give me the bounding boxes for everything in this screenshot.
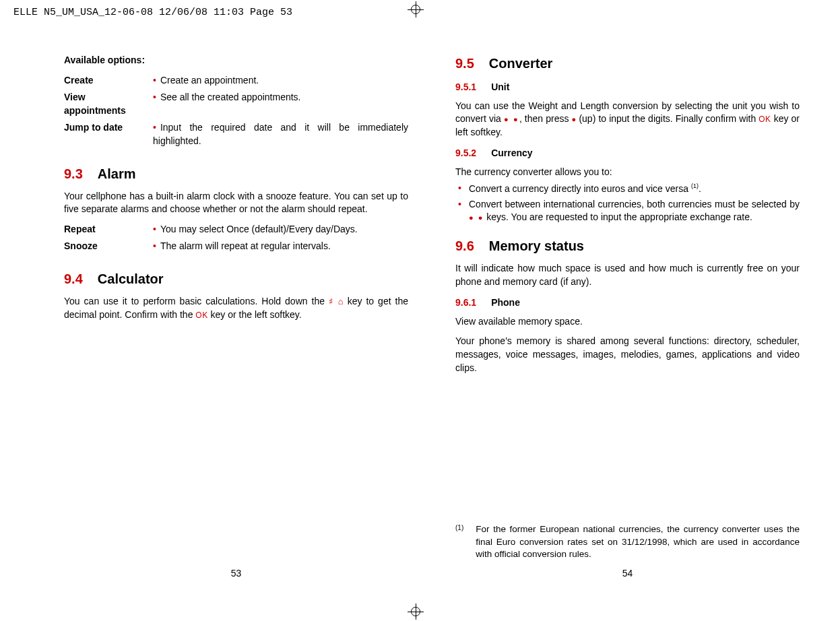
subsection-number: 9.5.2: [455, 148, 476, 158]
option-desc-text: You may select Once (default)/Every day/…: [160, 224, 358, 234]
list-item: Convert between international currencies…: [455, 198, 800, 224]
available-options-heading: Available options:: [64, 54, 408, 67]
body-fragment: Convert between international currencies…: [469, 199, 800, 209]
section-title: Memory status: [489, 238, 584, 253]
body-fragment: .: [699, 183, 701, 193]
phone-body-1: View available memory space.: [455, 315, 800, 329]
section-number: 9.5: [455, 56, 474, 71]
options-table: Create •Create an appointment. View appo…: [64, 74, 408, 152]
option-term: Repeat: [64, 223, 145, 240]
option-desc-text: The alarm will repeat at regular interva…: [160, 240, 331, 251]
page-right: 9.5Converter 9.5.1Unit You can use the W…: [455, 54, 800, 581]
page-spread: Available options: Create •Create an app…: [64, 54, 800, 581]
option-term: View appointments: [64, 91, 145, 121]
list-item: Convert a currency directly into euros a…: [455, 182, 800, 195]
table-row: Snooze •The alarm will repeat at regular…: [64, 240, 408, 257]
option-desc-text: Create an appointment.: [160, 75, 259, 86]
currency-intro: The currency converter allows you to:: [455, 166, 800, 179]
body-fragment: You can use it to perform basic calculat…: [64, 296, 329, 306]
body-fragment: key or the left softkey.: [208, 309, 302, 320]
ok-key-icon: OK: [758, 115, 771, 124]
subsection-number: 9.6.1: [455, 297, 476, 308]
body-fragment: keys. You are requested to input the app…: [484, 211, 752, 222]
section-9-6-body: It will indicate how much space is used …: [455, 262, 800, 288]
registration-mark-bottom: [408, 603, 424, 620]
subsection-number: 9.5.1: [455, 81, 476, 92]
table-row: Jump to date •Input the required date an…: [64, 121, 408, 152]
option-desc: •The alarm will repeat at regular interv…: [145, 240, 408, 257]
option-desc: •Create an appointment.: [145, 74, 408, 92]
option-term: Create: [64, 74, 145, 92]
page-number-left: 53: [64, 567, 408, 581]
table-row: View appointments •See all the created a…: [64, 91, 408, 121]
body-fragment: (up) to input the digits. Finally confir…: [576, 113, 758, 124]
section-9-5-2-heading: 9.5.2Currency: [455, 147, 800, 160]
page-number-right: 54: [455, 567, 800, 581]
subsection-title: Phone: [491, 297, 520, 308]
page-left: Available options: Create •Create an app…: [64, 54, 408, 581]
subsection-title: Currency: [491, 148, 532, 158]
section-9-4-heading: 9.4Calculator: [64, 269, 408, 288]
subsection-title: Unit: [491, 81, 509, 92]
section-title: Calculator: [98, 271, 164, 286]
section-9-5-heading: 9.5Converter: [455, 54, 800, 73]
section-number: 9.4: [64, 271, 83, 286]
currency-list: Convert a currency directly into euros a…: [455, 182, 800, 224]
body-fragment: Convert a currency directly into euros a…: [469, 183, 691, 193]
section-9-5-1-body: You can use the Weight and Length conver…: [455, 100, 800, 139]
section-9-6-1-heading: 9.6.1Phone: [455, 296, 800, 310]
option-desc-text: See all the created appointments.: [160, 92, 301, 102]
section-number: 9.6: [455, 238, 474, 253]
phone-body-2: Your phone's memory is shared among seve…: [455, 335, 800, 374]
option-desc: •Input the required date and it will be …: [145, 121, 408, 152]
section-9-4-body: You can use it to perform basic calculat…: [64, 295, 408, 321]
registration-mark-top: [408, 1, 424, 18]
footnote-text: For the former European national currenc…: [476, 523, 800, 560]
hash-key-icon: ♯ ⌂: [329, 296, 344, 306]
option-term: Jump to date: [64, 121, 145, 152]
alarm-options-table: Repeat •You may select Once (default)/Ev…: [64, 223, 408, 257]
option-desc: •See all the created appointments.: [145, 91, 408, 121]
nav-leftright-icon: ● ●: [469, 214, 484, 222]
ok-key-icon: OK: [195, 310, 207, 320]
section-title: Alarm: [98, 166, 136, 181]
footnote: (1) For the former European national cur…: [455, 523, 800, 560]
nav-leftright-icon: ● ●: [504, 115, 519, 123]
option-desc-text: Input the required date and it will be i…: [153, 122, 408, 146]
footnote-ref: (1): [691, 183, 699, 189]
section-9-5-1-heading: 9.5.1Unit: [455, 81, 800, 94]
option-term: Snooze: [64, 240, 145, 257]
section-9-3-heading: 9.3Alarm: [64, 164, 408, 183]
body-fragment: , then press: [519, 113, 572, 124]
section-9-3-body: Your cellphone has a built-in alarm cloc…: [64, 190, 408, 216]
table-row: Create •Create an appointment.: [64, 74, 408, 92]
section-title: Converter: [489, 56, 552, 71]
section-9-6-heading: 9.6Memory status: [455, 236, 800, 255]
section-number: 9.3: [64, 166, 83, 181]
footnote-marker: (1): [455, 523, 463, 560]
table-row: Repeat •You may select Once (default)/Ev…: [64, 223, 408, 240]
print-slug: ELLE N5_UM_USA_12-06-08 12/06/08 11:03 P…: [13, 7, 292, 18]
option-desc: •You may select Once (default)/Every day…: [145, 223, 408, 240]
